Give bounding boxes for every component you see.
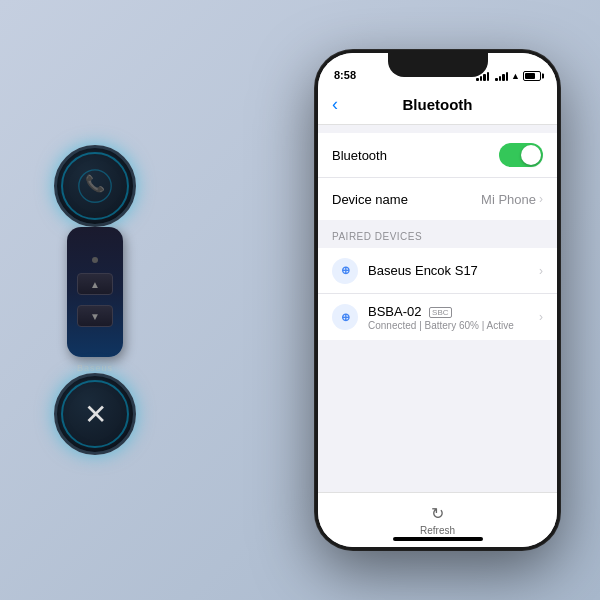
refresh-bar[interactable]: ↻ Refresh — [318, 492, 557, 547]
nav-bar: ‹ Bluetooth — [318, 85, 557, 125]
wifi-icon: ▲ — [511, 71, 520, 81]
device-name-text: Baseus Encok S17 — [368, 263, 539, 278]
bluetooth-section: Bluetooth Device name Mi Phone › — [318, 133, 557, 220]
device-name-text-2: BSBA-02 SBC — [368, 304, 539, 319]
bt-device-icon-2: ⊕ — [332, 304, 358, 330]
bluetooth-label: Bluetooth — [332, 148, 387, 163]
device-name-value: Mi Phone › — [481, 192, 543, 207]
arrow-down-icon: ▼ — [90, 311, 100, 322]
nav-title: Bluetooth — [403, 96, 473, 113]
chevron-right-icon: › — [539, 264, 543, 278]
baseus-device: 📞 ▲ ▼ Baseus ✕ — [50, 145, 140, 455]
refresh-label: Refresh — [420, 525, 455, 536]
device-dot — [92, 257, 98, 263]
svg-point-0 — [79, 170, 111, 202]
bluetooth-device-icon: ⊕ — [341, 264, 350, 277]
bluetooth-device-icon-2: ⊕ — [341, 311, 350, 324]
home-indicator — [393, 537, 483, 541]
phone-call-icon: 📞 — [77, 168, 113, 204]
paired-devices-header: Paired Devices — [318, 220, 557, 248]
refresh-icon: ↻ — [431, 504, 444, 523]
status-icons: ▲ — [476, 71, 541, 81]
device-brand-label: Baseus — [77, 363, 113, 373]
status-time: 8:58 — [334, 69, 356, 81]
bluetooth-toggle[interactable] — [499, 143, 543, 167]
chevron-right-icon-2: › — [539, 310, 543, 324]
device-btn-down[interactable]: ▼ — [77, 305, 113, 327]
device-info: Baseus Encok S17 — [368, 263, 539, 278]
device-name-label: Device name — [332, 192, 408, 207]
battery-icon — [523, 71, 541, 81]
phone-notch — [388, 53, 488, 77]
phone-frame: 8:58 ▲ — [315, 50, 560, 550]
device-body: ▲ ▼ — [67, 227, 123, 357]
device-btn-up[interactable]: ▲ — [77, 273, 113, 295]
phone-screen: 8:58 ▲ — [318, 53, 557, 547]
device-bottom-circle: ✕ — [54, 373, 136, 455]
device-info-2: BSBA-02 SBC Connected | Battery 60% | Ac… — [368, 304, 539, 331]
x-mark-icon: ✕ — [84, 398, 107, 431]
device-status-text: Connected | Battery 60% | Active — [368, 320, 539, 331]
device-top-circle: 📞 — [54, 145, 136, 227]
paired-devices-list: ⊕ Baseus Encok S17 › ⊕ BSBA-0 — [318, 248, 557, 340]
bluetooth-toggle-row[interactable]: Bluetooth — [318, 133, 557, 178]
device-name-row[interactable]: Device name Mi Phone › — [318, 178, 557, 220]
chevron-right-icon: › — [539, 192, 543, 206]
svg-text:📞: 📞 — [85, 173, 106, 194]
sbc-badge: SBC — [429, 307, 451, 318]
bt-device-icon: ⊕ — [332, 258, 358, 284]
scene: 📞 ▲ ▼ Baseus ✕ 8:58 — [20, 20, 580, 580]
section-header-text: Paired Devices — [332, 231, 422, 242]
signal-bars-2-icon — [495, 71, 508, 81]
screen-content: Bluetooth Device name Mi Phone › — [318, 125, 557, 340]
list-item[interactable]: ⊕ Baseus Encok S17 › — [318, 248, 557, 294]
back-button[interactable]: ‹ — [332, 94, 338, 115]
toggle-knob — [521, 145, 541, 165]
arrow-up-icon: ▲ — [90, 279, 100, 290]
list-item[interactable]: ⊕ BSBA-02 SBC Connected | Battery 60% | … — [318, 294, 557, 340]
